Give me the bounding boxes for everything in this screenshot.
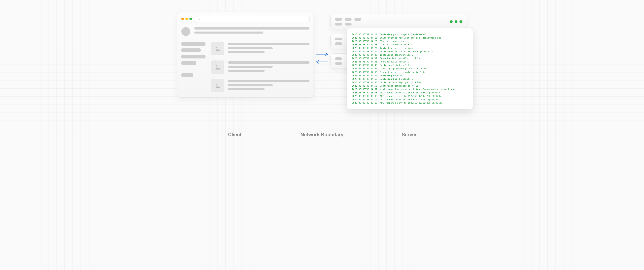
arrow-right-icon: [316, 52, 328, 56]
svg-point-1: [216, 47, 217, 48]
server-terminal-log: 2023-05-03T09:34:12: Deploying your-proj…: [346, 28, 473, 109]
svg-point-2: [216, 65, 217, 66]
image-placeholder-icon: [211, 42, 224, 55]
url-bar[interactable]: [194, 16, 310, 22]
boundary-dashed-line: [322, 24, 322, 121]
list-item: [211, 42, 310, 55]
status-dot-icon: [450, 20, 452, 23]
boundary-label: Network Boundary: [300, 132, 343, 137]
feed-placeholder: [211, 42, 310, 92]
traffic-light-expand-icon: [190, 18, 192, 20]
status-dot-icon: [460, 20, 462, 23]
status-dot-icon: [454, 20, 458, 23]
avatar-placeholder: [181, 27, 190, 36]
browser-chrome: [181, 16, 310, 22]
browser-body: [181, 27, 310, 92]
traffic-light-close-icon: [181, 18, 184, 20]
image-placeholder-icon: [211, 60, 224, 74]
list-item: [211, 79, 310, 92]
svg-rect-0: [198, 19, 200, 20]
diagram-labels: Client Network Boundary Server: [177, 132, 467, 137]
sidebar-placeholder: [181, 42, 206, 92]
traffic-light-minimize-icon: [185, 18, 188, 20]
image-placeholder-icon: [211, 79, 224, 92]
client-label: Client: [177, 132, 292, 137]
server-stack: 2023-05-03T09:34:12: Deploying your-proj…: [330, 12, 467, 73]
server-node: [330, 14, 467, 29]
client-browser-window: [177, 12, 314, 98]
heading-placeholder: [194, 27, 310, 33]
arrow-left-icon: [316, 60, 328, 64]
traffic-lights: [181, 18, 192, 20]
request-response-arrows: [316, 52, 328, 64]
network-boundary: [322, 12, 322, 121]
diagram-stage: 2023-05-03T09:34:12: Deploying your-proj…: [177, 12, 467, 121]
svg-point-3: [216, 84, 217, 85]
status-indicators: [450, 20, 462, 23]
server-label: Server: [352, 132, 467, 137]
list-item: [211, 60, 310, 74]
lock-icon: [197, 17, 200, 20]
